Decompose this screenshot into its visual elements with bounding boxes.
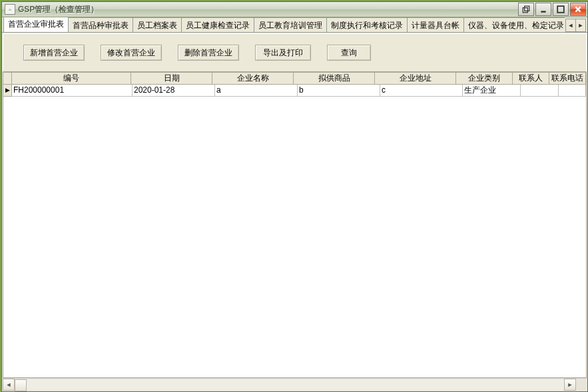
tab-employee-training[interactable]: 员工教育培训管理 [254,17,327,32]
horizontal-scrollbar[interactable]: ◄ ► [3,378,587,391]
tab-measuring-instruments[interactable]: 计量器具台帐 [407,17,464,32]
client-area: 首营企业审批表 首营品种审批表 员工档案表 员工健康检查记录 员工教育培训管理 … [2,17,587,391]
scroll-right-button[interactable]: ► [564,379,576,391]
edit-enterprise-button[interactable]: 修改首营企业 [101,45,162,61]
svg-rect-1 [525,6,529,11]
grid-corner [3,73,12,85]
cell-company: a [215,85,298,97]
data-grid[interactable]: 编号 日期 企业名称 拟供商品 企业地址 企业类别 联系人 联系电话 ▶ FH2… [3,72,587,378]
cell-address: c [380,85,463,97]
tabstrip: 首营企业审批表 首营品种审批表 员工档案表 员工健康检查记录 员工教育培训管理 … [2,17,587,33]
titlebar: ▫ GSP管理（检查管理） [2,2,587,17]
cell-category: 生产企业 [463,85,521,97]
grid-body: ▶ FH200000001 2020-01-28 a b c 生产企业 [3,85,586,377]
scroll-track[interactable] [15,379,564,390]
tabstrip-tabs: 首营企业审批表 首营品种审批表 员工档案表 员工健康检查记录 员工教育培训管理 … [3,17,565,32]
tab-scroll-right-button[interactable]: ► [575,19,586,32]
tab-scroll-left-button[interactable]: ◄ [565,19,576,32]
export-print-button[interactable]: 导出及打印 [255,45,311,61]
tab-first-enterprise-approval[interactable]: 首营企业审批表 [3,17,69,32]
close-button[interactable] [570,3,586,16]
col-phone[interactable]: 联系电话 [549,73,586,85]
col-number[interactable]: 编号 [12,73,131,85]
col-address[interactable]: 企业地址 [375,73,456,85]
tab-policy-assessment[interactable]: 制度执行和考核记录 [326,17,408,32]
restore-down-button[interactable] [518,3,534,16]
cell-phone [559,85,586,97]
tab-scroll-arrows: ◄ ► [565,19,587,32]
tab-first-product-approval[interactable]: 首营品种审批表 [68,17,133,32]
col-company[interactable]: 企业名称 [212,73,294,85]
svg-rect-3 [557,6,564,13]
app-window: ▫ GSP管理（检查管理） 首营企业审批表 首营品种审批表 员工档案表 员工健康… [1,1,588,392]
cell-goods: b [298,85,380,97]
row-indicator-icon: ▶ [3,85,12,97]
minimize-button[interactable] [535,3,551,16]
col-goods[interactable]: 拟供商品 [294,73,375,85]
maximize-button[interactable] [553,3,569,16]
svg-rect-0 [523,8,527,13]
col-date[interactable]: 日期 [131,73,212,85]
scroll-thumb[interactable] [15,379,27,391]
col-category[interactable]: 企业类别 [456,73,513,85]
tab-employee-health[interactable]: 员工健康检查记录 [181,17,254,32]
scroll-left-button[interactable]: ◄ [3,379,15,391]
search-button[interactable]: 查询 [327,45,371,61]
cell-date: 2020-01-28 [133,85,215,97]
table-row[interactable]: ▶ FH200000001 2020-01-28 a b c 生产企业 [3,85,586,97]
grid-header-row: 编号 日期 企业名称 拟供商品 企业地址 企业类别 联系人 联系电话 [3,73,586,85]
system-menu-icon[interactable]: ▫ [5,4,15,15]
cell-number: FH200000001 [12,85,133,97]
col-contact[interactable]: 联系人 [513,73,549,85]
new-enterprise-button[interactable]: 新增首营企业 [23,45,85,61]
tab-employee-archive[interactable]: 员工档案表 [133,17,182,32]
tab-equipment-records[interactable]: 仪器、设备使用、检定记录 [463,17,565,32]
window-title: GSP管理（检查管理） [18,4,99,15]
cell-contact [521,85,559,97]
scroll-corner [576,379,587,390]
delete-enterprise-button[interactable]: 删除首营企业 [178,45,239,61]
toolbar: 新增首营企业 修改首营企业 删除首营企业 导出及打印 查询 [3,33,587,72]
